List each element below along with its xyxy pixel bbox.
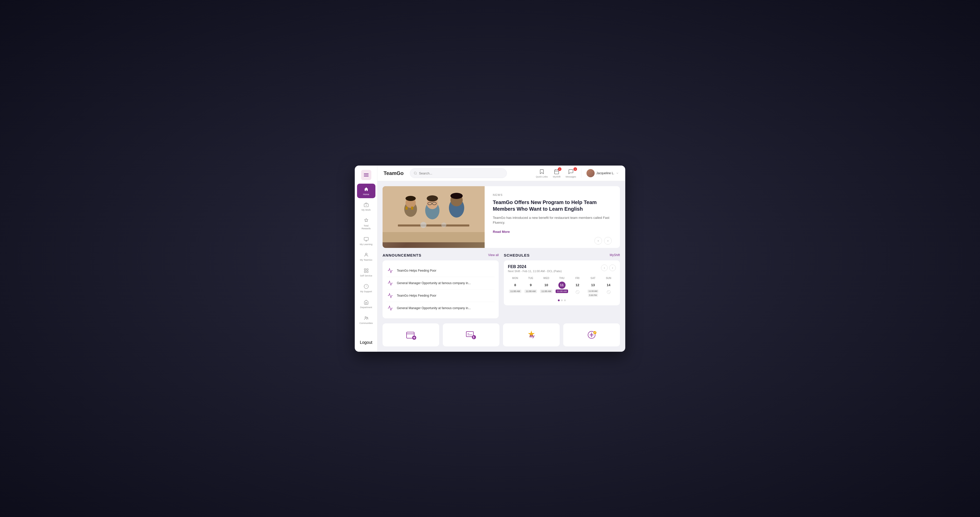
myshift-link[interactable]: MyShift bbox=[610, 253, 620, 257]
bottom-sections: ANNOUNCEMENTS View all TeamGo Helps Feed… bbox=[383, 253, 620, 318]
sidebar: Home My Work Total Rewards bbox=[355, 166, 377, 352]
announcement-text-4: General Manager Opportunity at famous co… bbox=[397, 306, 495, 310]
cal-day-8[interactable]: 8 11:00 AM bbox=[508, 282, 522, 297]
schedules-card: FEB 2024 Next Shift - Feb 11, 11:00 AM -… bbox=[504, 260, 620, 305]
header: TeamGo Quick Links bbox=[377, 166, 625, 181]
chevron-down-icon bbox=[616, 172, 619, 175]
svg-point-15 bbox=[414, 172, 416, 174]
search-bar[interactable] bbox=[410, 168, 507, 178]
cal-date-12: 12 bbox=[574, 282, 581, 289]
svg-rect-26 bbox=[406, 206, 407, 210]
schedule-prev-button[interactable]: ‹ bbox=[601, 265, 608, 271]
cal-date-8: 8 bbox=[512, 282, 519, 289]
cal-day-9[interactable]: 9 11:00 AM bbox=[523, 282, 538, 297]
announcement-text-1: TeamGo Helps Feeding Poor bbox=[397, 269, 495, 273]
payroll-card-icon: $ bbox=[465, 328, 477, 341]
quick-links-button[interactable]: Quick Links bbox=[536, 168, 548, 178]
sidebar-item-self-service[interactable]: Self Service bbox=[357, 265, 375, 280]
news-next-button[interactable]: › bbox=[604, 237, 612, 244]
shift-badge-13a: 11:00 AM bbox=[587, 290, 599, 293]
sched-dot-2[interactable] bbox=[561, 300, 563, 301]
read-more-link[interactable]: Read More bbox=[493, 230, 510, 234]
announcements-section: ANNOUNCEMENTS View all TeamGo Helps Feed… bbox=[383, 253, 499, 318]
announcement-item-1[interactable]: TeamGo Helps Feeding Poor bbox=[387, 265, 495, 277]
announcement-item-4[interactable]: General Manager Opportunity at famous co… bbox=[387, 302, 495, 314]
cal-date-14: 14 bbox=[605, 282, 612, 289]
sidebar-item-department[interactable]: Department bbox=[357, 297, 375, 311]
svg-line-42 bbox=[608, 291, 610, 293]
cal-day-14[interactable]: 14 bbox=[601, 282, 616, 297]
teamgo-icon bbox=[363, 252, 369, 258]
svg-line-16 bbox=[416, 174, 417, 174]
announcement-icon-1 bbox=[387, 267, 394, 274]
news-prev-button[interactable]: ‹ bbox=[594, 237, 602, 244]
rewards-card-icon bbox=[585, 328, 598, 341]
bottom-card-benefits[interactable] bbox=[383, 324, 439, 346]
cal-day-11[interactable]: 11 11:00 AM bbox=[555, 282, 569, 297]
announcement-item-2[interactable]: General Manager Opportunity at famous co… bbox=[387, 277, 495, 290]
app-logo: TeamGo bbox=[383, 170, 404, 176]
announcements-card: TeamGo Helps Feeding Poor General Manage… bbox=[383, 260, 499, 318]
sidebar-item-my-work[interactable]: My Work bbox=[357, 199, 375, 214]
svg-rect-9 bbox=[364, 271, 366, 273]
quick-links-icon bbox=[538, 168, 545, 175]
sidebar-item-label-logout: Logout bbox=[360, 340, 372, 345]
header-actions: Quick Links 9 MyShift bbox=[536, 168, 619, 178]
user-profile-button[interactable]: Jacqueline L. bbox=[587, 169, 619, 177]
sidebar-item-my-teamgo[interactable]: My TeamGo bbox=[357, 249, 375, 264]
cal-header-thu: THU bbox=[555, 276, 569, 281]
cal-header-mon: MON bbox=[508, 276, 522, 281]
sched-dot-3[interactable] bbox=[564, 300, 566, 301]
sidebar-item-label-support: My Support bbox=[360, 290, 372, 293]
messages-button[interactable]: 0 Messages bbox=[566, 168, 576, 178]
cal-header-tue: TUE bbox=[523, 276, 538, 281]
sidebar-item-my-learning[interactable]: My Learning bbox=[357, 234, 375, 248]
search-input[interactable] bbox=[419, 171, 503, 175]
cal-header-sun: SUN bbox=[601, 276, 616, 281]
cal-day-12[interactable]: 12 bbox=[570, 282, 585, 297]
myshift-badge: 9 bbox=[558, 167, 562, 171]
sidebar-item-communities[interactable]: Communities bbox=[357, 312, 375, 327]
quick-links-label: Quick Links bbox=[536, 176, 548, 178]
department-icon bbox=[363, 299, 369, 305]
work-icon bbox=[363, 202, 369, 208]
my-card-icon: My bbox=[525, 328, 538, 341]
announcement-icon-4 bbox=[387, 304, 394, 312]
calendar-grid: MON TUE WED THU FRI SAT SUN 8 11:00 AM bbox=[508, 276, 616, 297]
svg-rect-8 bbox=[366, 269, 368, 270]
view-all-button[interactable]: View all bbox=[488, 253, 499, 257]
svg-point-35 bbox=[406, 196, 416, 201]
sidebar-item-my-support[interactable]: My Support bbox=[357, 281, 375, 296]
myshift-label: MyShift bbox=[553, 176, 560, 178]
myshift-button[interactable]: 9 MyShift bbox=[553, 168, 560, 178]
sidebar-item-total-rewards[interactable]: Total Rewards bbox=[357, 215, 375, 233]
sidebar-item-label-self-service: Self Service bbox=[360, 274, 372, 277]
sidebar-item-logout[interactable]: Logout bbox=[357, 333, 375, 347]
sidebar-item-home[interactable]: Home bbox=[357, 184, 375, 198]
news-title: TeamGo Offers New Program to Help Team M… bbox=[493, 199, 612, 212]
learning-icon bbox=[363, 236, 369, 242]
bottom-card-my[interactable]: My bbox=[503, 324, 560, 346]
bottom-card-payroll[interactable]: $ bbox=[443, 324, 500, 346]
next-shift-label: Next Shift - Feb 11, 11:00 AM - DCL (Pat… bbox=[508, 270, 562, 273]
announcement-item-3[interactable]: TeamGo Helps Feeding Poor bbox=[387, 290, 495, 302]
svg-point-36 bbox=[450, 193, 463, 199]
header-divider bbox=[581, 168, 581, 178]
cal-date-10: 10 bbox=[543, 282, 550, 289]
cal-date-9: 9 bbox=[527, 282, 535, 289]
support-icon bbox=[363, 283, 369, 290]
cal-day-13[interactable]: 13 11:00 AM 5:30 PM bbox=[586, 282, 600, 297]
sched-dot-1[interactable] bbox=[558, 300, 560, 301]
svg-rect-7 bbox=[364, 269, 366, 270]
svg-rect-3 bbox=[364, 237, 368, 240]
menu-button[interactable] bbox=[361, 170, 371, 180]
bottom-card-rewards[interactable] bbox=[563, 324, 620, 346]
cal-day-10[interactable]: 10 11:00 AM bbox=[539, 282, 554, 297]
no-shift-12 bbox=[575, 290, 580, 295]
cal-date-13: 13 bbox=[590, 282, 597, 289]
svg-point-13 bbox=[367, 317, 368, 318]
schedule-next-button[interactable]: › bbox=[609, 265, 616, 271]
shift-badge-13b: 5:30 PM bbox=[588, 293, 598, 297]
rewards-sidebar-icon bbox=[363, 217, 369, 224]
content-area: NEWS TeamGo Offers New Program to Help T… bbox=[377, 181, 625, 352]
